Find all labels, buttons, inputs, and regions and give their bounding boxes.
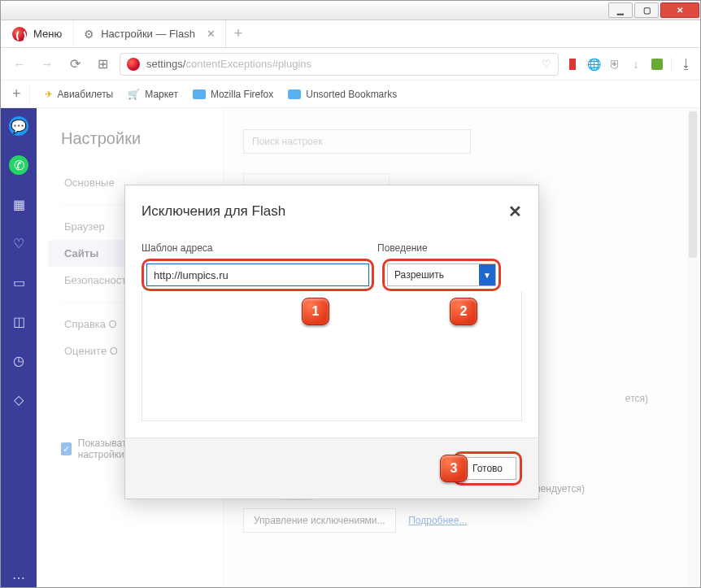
extension-adblock-icon[interactable] — [565, 57, 580, 72]
add-bookmark-button[interactable]: + — [12, 85, 30, 102]
window-maximize-button[interactable]: ▢ — [634, 2, 659, 18]
rail-heart-icon[interactable]: ♡ — [9, 233, 28, 253]
tab-close-icon[interactable]: ✕ — [207, 28, 216, 40]
behavior-value: Разрешить — [394, 269, 444, 281]
airplane-icon: ✈ — [45, 89, 53, 100]
annotation-badge-3: 3 — [440, 455, 468, 482]
extension-green-icon[interactable] — [650, 57, 664, 72]
speed-dial-button[interactable]: ⊞ — [92, 56, 113, 72]
rail-snapshot-icon[interactable]: ◫ — [9, 311, 28, 331]
left-sidebar-rail: 💬 ✆ ▦ ♡ ▭ ◫ ◷ ◇ ⋯ — [1, 108, 37, 587]
rail-extensions-icon[interactable]: ◇ — [9, 390, 28, 409]
highlight-1 — [142, 259, 374, 291]
nav-reload-button[interactable]: ⟳ — [64, 56, 85, 72]
rail-grid-icon[interactable]: ▦ — [9, 194, 28, 214]
opera-logo-icon — [12, 27, 27, 41]
extension-download-icon[interactable]: ↓ — [629, 57, 643, 72]
cart-icon: 🛒 — [128, 89, 140, 100]
folder-icon — [288, 89, 301, 99]
label-pattern: Шаблон адреса — [142, 242, 377, 254]
modal-title: Исключения для Flash — [142, 203, 285, 220]
gear-icon: ⚙ — [84, 28, 94, 41]
pattern-input[interactable] — [146, 264, 369, 286]
folder-icon — [193, 89, 206, 99]
bookmark-aviatickets[interactable]: ✈Авиабилеты — [45, 89, 114, 100]
highlight-2: Разрешить ▼ — [382, 259, 501, 291]
window-minimize-button[interactable]: ▁ — [608, 2, 633, 18]
bookmark-heart-icon[interactable]: ♡ — [542, 58, 551, 70]
nav-forward-button[interactable]: → — [37, 57, 58, 72]
chevron-down-icon: ▼ — [479, 264, 495, 285]
rail-history-icon[interactable]: ◷ — [9, 351, 28, 370]
behavior-select[interactable]: Разрешить ▼ — [387, 264, 496, 286]
bookmark-mozilla[interactable]: Mozilla Firefox — [193, 89, 273, 100]
opera-mini-icon — [127, 58, 140, 71]
flash-exceptions-modal: Исключения для Flash ✕ Шаблон адреса Пов… — [124, 185, 539, 499]
messenger-icon[interactable]: 💬 — [9, 116, 28, 136]
nav-back-button[interactable]: ← — [9, 57, 30, 72]
bookmark-market[interactable]: 🛒Маркет — [128, 89, 178, 100]
opera-menu-label: Меню — [33, 28, 62, 40]
tab-settings-flash[interactable]: ⚙ Настройки — Flash ✕ — [74, 20, 226, 47]
annotation-badge-1: 1 — [302, 298, 329, 325]
tab-title: Настройки — Flash — [101, 28, 195, 40]
label-behavior: Поведение — [377, 242, 491, 254]
url-text: settings/contentExceptions#plugins — [146, 58, 311, 70]
extension-globe-icon[interactable]: 🌐 — [586, 57, 601, 72]
downloads-button[interactable]: ⭳ — [671, 57, 692, 72]
opera-menu-button[interactable]: Меню — [1, 20, 74, 47]
address-bar[interactable]: settings/contentExceptions#plugins ♡ — [120, 53, 559, 76]
modal-close-button[interactable]: ✕ — [508, 202, 522, 221]
annotation-badge-2: 2 — [450, 298, 477, 325]
new-tab-button[interactable]: + — [226, 20, 250, 47]
whatsapp-icon[interactable]: ✆ — [9, 155, 28, 175]
rail-settings-icon[interactable]: ⋯ — [9, 568, 28, 587]
extension-shield-icon[interactable]: ⛨ — [607, 57, 622, 72]
rail-news-icon[interactable]: ▭ — [9, 272, 28, 292]
bookmark-unsorted[interactable]: Unsorted Bookmarks — [288, 89, 397, 100]
window-close-button[interactable]: ✕ — [660, 2, 699, 18]
